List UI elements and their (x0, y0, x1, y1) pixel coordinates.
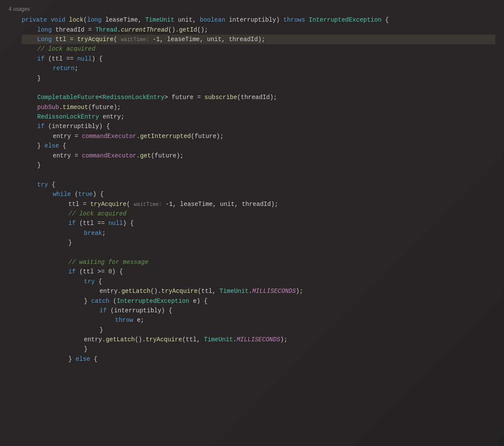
token: e; (137, 315, 144, 325)
token: ( (126, 199, 134, 209)
token: Thread (95, 25, 117, 35)
code-line: } catch (InterruptedException e) { (22, 296, 495, 306)
code-line: } (22, 74, 495, 83)
token: ); (258, 35, 265, 44)
token: entry; (103, 112, 124, 122)
token: ttl = (55, 35, 77, 44)
token: (interruptibly) { (110, 306, 172, 315)
token: ) { (92, 54, 103, 64)
token: waitTime: (121, 36, 149, 44)
code-line: } else { (22, 354, 495, 364)
token: entry = (53, 132, 82, 141)
token: // waiting for message (68, 257, 148, 267)
token: if (68, 218, 79, 228)
token: commandExecutor (82, 151, 136, 160)
code-line: } (22, 344, 495, 354)
code-line: long threadId = Thread.currentThread().g… (22, 25, 495, 35)
code-line: private void lock(long leaseTime, TimeUn… (22, 15, 495, 25)
code-editor: 4 usagesprivate void lock(long leaseTime… (0, 0, 504, 446)
token: entry (100, 286, 118, 296)
token: { (52, 180, 55, 189)
token: . (136, 151, 140, 160)
token: . (233, 335, 237, 344)
token: InterruptedException (117, 296, 193, 306)
token: timeout (63, 103, 88, 112)
token: leaseTime, (105, 15, 145, 25)
token: else (45, 141, 63, 151)
token: < (99, 93, 103, 102)
token: { (94, 354, 97, 364)
token: getLatch (121, 286, 150, 296)
token: getLatch (106, 335, 135, 344)
token: { (385, 15, 388, 25)
token: leaseTime, unit, threadId (180, 199, 271, 209)
code-line: if (ttl >= 0) { (22, 267, 495, 276)
token: entry = (53, 151, 82, 160)
token: -1, (162, 199, 180, 209)
token: MILLISECONDS (237, 335, 280, 344)
token: get (140, 151, 151, 160)
token: long (87, 15, 105, 25)
code-line: if (ttl == null) { (22, 218, 495, 228)
token: if (100, 306, 110, 315)
token: break (84, 228, 102, 238)
code-line: } (22, 325, 495, 335)
code-line: // lock acquired (22, 44, 495, 54)
token: ( (83, 15, 87, 25)
token: (future); (88, 103, 121, 112)
token: } (37, 141, 45, 151)
code-line: break; (22, 228, 495, 238)
token: . (118, 286, 121, 296)
code-line: pubSub.timeout(future); (22, 103, 495, 112)
token: try (37, 180, 52, 189)
token: ; (102, 228, 106, 238)
code-line: } else { (22, 141, 495, 151)
token: CompletableFuture (37, 93, 99, 102)
token: } (37, 160, 41, 170)
blank-line (22, 83, 495, 93)
token: private (22, 15, 51, 25)
token: > future = (164, 93, 204, 102)
token: (). (151, 286, 161, 296)
code-line: } (22, 160, 495, 170)
token: } (100, 325, 103, 335)
token: . (117, 25, 121, 35)
token: TimeUnit (145, 15, 178, 25)
code-line: throw e; (22, 315, 495, 325)
token: while (53, 189, 74, 199)
token: (); (197, 25, 208, 35)
token: ( (113, 296, 116, 306)
token: (ttl >= (79, 267, 108, 276)
token: (). (135, 335, 146, 344)
token: tryAcquire (90, 199, 126, 209)
token: null (108, 218, 123, 228)
code-line: if (interruptibly) { (22, 122, 495, 131)
token: { (99, 277, 102, 286)
token: unit, (178, 15, 199, 25)
token: ) { (112, 267, 123, 276)
token: . (59, 103, 62, 112)
token: throws (283, 15, 309, 25)
code-line: if (ttl == null) { (22, 54, 495, 64)
token: ) { (123, 218, 134, 228)
token: } (84, 296, 91, 306)
token: true (78, 189, 93, 199)
token: ( (74, 189, 78, 199)
token: TimeUnit (219, 286, 248, 296)
code-line: CompletableFuture<RedissonLockEntry> fut… (22, 93, 495, 102)
token: tryAcquire (146, 335, 182, 344)
token: if (37, 54, 48, 64)
code-line: entry.getLatch().tryAcquire(ttl, TimeUni… (22, 335, 495, 344)
token: commandExecutor (82, 132, 136, 141)
token: { (63, 141, 66, 151)
token: waitTime: (134, 201, 162, 209)
code-line: entry = commandExecutor.get(future); (22, 151, 495, 160)
token: entry (84, 335, 102, 344)
token: long (37, 25, 55, 35)
token: (). (168, 25, 179, 35)
token: getId (179, 25, 197, 35)
token: // lock acquired (68, 209, 126, 218)
token: getInterrupted (140, 132, 191, 141)
token: if (68, 267, 79, 276)
code-line: while (true) { (22, 189, 495, 199)
